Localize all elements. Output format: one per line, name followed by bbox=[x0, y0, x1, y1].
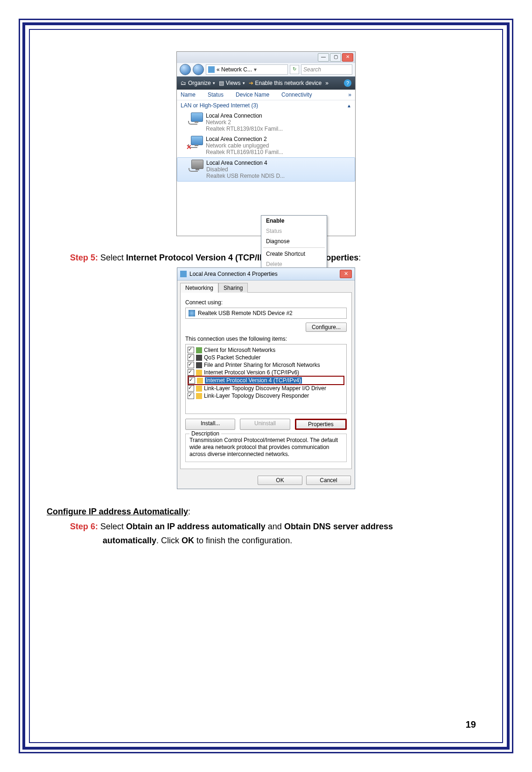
network-connections-window: — ▢ ✕ « Network C... ▾ ↻ Search 🗂Organiz… bbox=[176, 51, 356, 236]
step5-label: Step 5: bbox=[70, 253, 98, 262]
group-label: LAN or High-Speed Internet (3) bbox=[181, 102, 258, 109]
close-button[interactable]: ✕ bbox=[342, 53, 353, 62]
step6-label: Step 6: bbox=[70, 522, 98, 531]
properties-button-highlight[interactable]: Properties bbox=[295, 419, 347, 430]
client-icon bbox=[196, 347, 202, 353]
description-text: Transmission Control Protocol/Internet P… bbox=[189, 437, 343, 458]
breadcrumb: « Network C... bbox=[217, 66, 252, 73]
connection-name: Local Area Connection 2 bbox=[206, 136, 283, 142]
list-item[interactable]: QoS Packet Scheduler bbox=[188, 354, 344, 361]
separator bbox=[263, 247, 325, 248]
ctx-status: Status bbox=[261, 226, 327, 236]
protocol-icon bbox=[197, 378, 203, 384]
command-bar: 🗂Organize▾ ▤Views▾ ➔Enable this network … bbox=[177, 77, 355, 90]
share-icon bbox=[196, 362, 202, 368]
connection-status: Network 2 bbox=[206, 119, 283, 126]
dialog-footer: OK Cancel bbox=[177, 472, 355, 489]
refresh-button[interactable]: ↻ bbox=[290, 65, 299, 74]
step6-line1: Step 6: Select Obtain an IP address auto… bbox=[70, 519, 485, 533]
back-button[interactable] bbox=[180, 64, 191, 75]
page-number: 19 bbox=[466, 719, 476, 730]
help-icon[interactable]: ? bbox=[344, 79, 351, 87]
breadcrumb-dropdown-icon[interactable]: ▾ bbox=[252, 66, 259, 73]
tab-body: Connect using: Realtek USB Remote NDIS D… bbox=[180, 292, 352, 469]
list-item-ipv4-highlight[interactable]: Internet Protocol Version 4 (TCP/IPv4) bbox=[188, 376, 344, 385]
search-input[interactable]: Search bbox=[301, 64, 352, 75]
col-name[interactable]: Name bbox=[181, 91, 196, 98]
connection-item[interactable]: ✕ Local Area Connection 2 Network cable … bbox=[177, 134, 355, 157]
network-icon-unplugged: ✕ bbox=[191, 136, 203, 148]
protocol-icon bbox=[196, 370, 202, 376]
items-label: This connection uses the following items… bbox=[185, 336, 347, 342]
step6-line2: automatically. Click OK to finish the co… bbox=[103, 533, 485, 547]
col-overflow[interactable]: » bbox=[348, 91, 351, 98]
list-item[interactable]: Internet Protocol Version 6 (TCP/IPv6) bbox=[188, 369, 344, 376]
connection-properties-dialog: Local Area Connection 4 Properties ✕ Net… bbox=[177, 267, 355, 489]
checkbox-icon[interactable] bbox=[188, 369, 194, 376]
views-menu[interactable]: ▤Views▾ bbox=[219, 80, 245, 86]
connection-item[interactable]: Local Area Connection Network 2 Realtek … bbox=[177, 111, 355, 134]
checkbox-icon[interactable] bbox=[189, 377, 195, 384]
connection-status: Disabled bbox=[206, 166, 285, 173]
ctx-enable[interactable]: Enable bbox=[261, 216, 327, 226]
cancel-button[interactable]: Cancel bbox=[306, 476, 351, 485]
checkbox-icon[interactable] bbox=[188, 393, 194, 399]
connection-name: Local Area Connection 4 bbox=[206, 160, 285, 166]
section-heading: Configure IP address Automatically: bbox=[47, 507, 485, 517]
adapter-icon bbox=[189, 310, 195, 316]
views-icon: ▤ bbox=[219, 80, 224, 86]
group-header[interactable]: LAN or High-Speed Internet (3) ▲ bbox=[177, 100, 355, 111]
ok-button[interactable]: OK bbox=[258, 476, 302, 485]
list-item[interactable]: Link-Layer Topology Discovery Responder bbox=[188, 392, 344, 400]
checkbox-icon[interactable] bbox=[188, 354, 194, 361]
connection-item-selected[interactable]: Local Area Connection 4 Disabled Realtek… bbox=[177, 157, 355, 182]
col-device[interactable]: Device Name bbox=[236, 91, 269, 98]
tab-strip: Networking Sharing bbox=[177, 281, 355, 292]
network-icon bbox=[191, 112, 203, 125]
description-group: Description Transmission Control Protoco… bbox=[185, 434, 347, 462]
connection-status: Network cable unplugged bbox=[206, 142, 283, 149]
description-legend: Description bbox=[189, 430, 221, 437]
address-bar-row: « Network C... ▾ ↻ Search bbox=[177, 63, 355, 77]
protocol-list[interactable]: Client for Microsoft Networks QoS Packet… bbox=[185, 344, 347, 414]
window-titlebar: — ▢ ✕ bbox=[177, 52, 355, 63]
dialog-titlebar: Local Area Connection 4 Properties ✕ bbox=[177, 268, 355, 281]
tab-networking[interactable]: Networking bbox=[180, 283, 218, 293]
network-icon-disabled bbox=[191, 160, 203, 172]
install-button[interactable]: Install... bbox=[185, 419, 235, 430]
uninstall-button: Uninstall bbox=[240, 419, 290, 430]
column-headers: Name Status Device Name Connectivity » bbox=[177, 90, 355, 100]
maximize-button[interactable]: ▢ bbox=[330, 53, 341, 62]
list-item[interactable]: Link-Layer Topology Discovery Mapper I/O… bbox=[188, 385, 344, 392]
arrow-right-icon: ➔ bbox=[249, 80, 253, 86]
organize-icon: 🗂 bbox=[181, 80, 186, 86]
connect-using-label: Connect using: bbox=[185, 299, 347, 306]
minimize-button[interactable]: — bbox=[318, 53, 329, 62]
dialog-title: Local Area Connection 4 Properties bbox=[189, 271, 278, 277]
protocol-icon bbox=[196, 386, 202, 392]
col-status[interactable]: Status bbox=[208, 91, 224, 98]
organize-menu[interactable]: 🗂Organize▾ bbox=[181, 80, 215, 86]
configure-button[interactable]: Configure... bbox=[306, 323, 347, 332]
scheduler-icon bbox=[196, 355, 202, 361]
ctx-create-shortcut[interactable]: Create Shortcut bbox=[261, 249, 327, 259]
enable-device-button[interactable]: ➔Enable this network device bbox=[249, 80, 322, 86]
address-bar[interactable]: « Network C... ▾ bbox=[206, 64, 288, 75]
checkbox-icon[interactable] bbox=[188, 347, 194, 353]
col-connectivity[interactable]: Connectivity bbox=[281, 91, 312, 98]
list-item[interactable]: Client for Microsoft Networks bbox=[188, 346, 344, 354]
connection-device: Realtek USB Remote NDIS D... bbox=[206, 173, 285, 179]
checkbox-icon[interactable] bbox=[188, 362, 194, 368]
list-item[interactable]: File and Printer Sharing for Microsoft N… bbox=[188, 361, 344, 369]
collapse-icon[interactable]: ▲ bbox=[347, 103, 351, 108]
close-button[interactable]: ✕ bbox=[340, 270, 352, 278]
adapter-field: Realtek USB Remote NDIS Device #2 bbox=[185, 308, 347, 319]
toolbar-overflow[interactable]: » bbox=[325, 80, 329, 86]
connection-device: Realtek RTL8139/810x Famil... bbox=[206, 126, 283, 132]
tab-sharing[interactable]: Sharing bbox=[218, 283, 248, 293]
adapter-name: Realtek USB Remote NDIS Device #2 bbox=[198, 310, 293, 316]
checkbox-icon[interactable] bbox=[188, 385, 194, 392]
forward-button[interactable] bbox=[193, 64, 204, 75]
ctx-diagnose[interactable]: Diagnose bbox=[261, 236, 327, 246]
folder-icon bbox=[208, 66, 215, 73]
